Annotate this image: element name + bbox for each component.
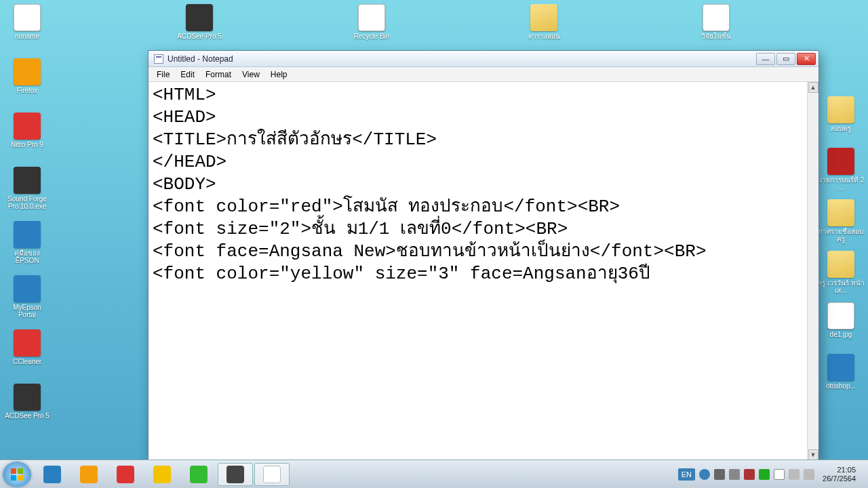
desktop-icon[interactable]: CCleaner	[3, 329, 52, 381]
desktop-icon[interactable]: สอบครู	[816, 96, 865, 145]
icon-label: otoshop...	[817, 382, 865, 390]
taskbar-button-line[interactable]	[181, 463, 216, 486]
icon-label: Nitro Pro 9	[3, 141, 51, 148]
svg-rect-2	[11, 475, 16, 481]
taskbar-button-pp[interactable]	[71, 463, 106, 486]
svg-rect-1	[18, 468, 23, 474]
app-icon	[186, 4, 213, 31]
app-icon	[358, 4, 385, 31]
app-icon	[14, 4, 41, 31]
svg-rect-3	[18, 475, 23, 481]
tray-icon-flag[interactable]	[774, 469, 785, 480]
chrome-icon	[153, 466, 171, 483]
app-icon	[14, 221, 41, 248]
menu-view[interactable]: View	[237, 68, 265, 81]
start-button[interactable]	[3, 462, 31, 487]
icon-label: ตารางสอน	[520, 33, 568, 40]
scroll-up-button[interactable]: ▲	[808, 82, 818, 93]
icon-label: Recycle Bin	[348, 33, 395, 40]
icon-label: Sound Forge Pro 10.0.exe	[3, 195, 51, 210]
desktop-icon[interactable]: คู่มือของ EPSON	[3, 221, 52, 272]
desktop-icon[interactable]: Nitro Pro 9	[3, 113, 52, 164]
desktop-icon[interactable]: Firefox	[3, 58, 52, 110]
clock-time: 21:05	[823, 466, 856, 474]
lang-indicator[interactable]: EN	[678, 468, 695, 481]
desktop-icon[interactable]: ACDSee Pro 5	[3, 384, 52, 435]
titlebar[interactable]: Untitled - Notepad — ▭ ✕	[149, 51, 818, 67]
icon-label: นายการบนร์ที 2 ...	[817, 176, 865, 191]
clock-date: 26/7/2564	[823, 474, 856, 483]
window-title: Untitled - Notepad	[167, 54, 756, 64]
menu-file[interactable]: File	[151, 68, 175, 81]
icon-label: คู่มือของ EPSON	[3, 249, 51, 264]
obs-icon	[226, 466, 244, 483]
pp-icon	[80, 466, 98, 483]
app-icon	[827, 96, 854, 123]
icon-label: ACDSee Pro 5	[3, 412, 51, 420]
desktop-icons-right: สอบครูนายการบนร์ที 2 ...กาศรายชื่อสอบครู…	[816, 94, 865, 405]
taskbar-button-notepad[interactable]	[254, 463, 290, 486]
desktop-icon[interactable]: ตารางสอน	[519, 4, 568, 56]
icon-label: noname	[3, 33, 51, 40]
tray-icon-gen4[interactable]	[759, 469, 770, 480]
desktop-icon[interactable]: otoshop...	[816, 354, 865, 403]
desktop: nonameFirefoxNitro Pro 9Sound Forge Pro …	[0, 0, 868, 488]
taskbar-buttons	[34, 463, 290, 486]
desktop-icon[interactable]: ACDSee Pro 5	[175, 4, 224, 56]
menu-edit[interactable]: Edit	[175, 68, 200, 81]
app-icon	[530, 4, 557, 31]
icon-label: วิจัยในชั้น	[692, 33, 740, 40]
desktop-icon[interactable]: Sound Forge Pro 10.0.exe	[3, 167, 52, 218]
editor-content[interactable]: <HTML> <HEAD> <TITLE>การใส่สีตัวอักษร</T…	[153, 84, 814, 285]
tray-icon-vol[interactable]	[804, 469, 814, 480]
menu-help[interactable]: Help	[265, 68, 293, 81]
taskbar: EN 21:05 26/7/2564	[0, 460, 868, 488]
tray-icon-gen2[interactable]	[729, 469, 740, 480]
desktop-icon[interactable]: นายการบนร์ที 2 ...	[816, 148, 865, 197]
tray-icon-net[interactable]	[789, 469, 800, 480]
icon-label: สอบครู	[817, 125, 865, 132]
svg-rect-0	[11, 468, 16, 474]
app-icon	[827, 148, 854, 175]
icon-label: MyEpson Portal	[3, 304, 51, 319]
maximize-button[interactable]: ▭	[776, 53, 795, 65]
notepad-icon	[154, 54, 163, 64]
system-tray: EN 21:05 26/7/2564	[673, 460, 865, 488]
editor[interactable]: <HTML> <HEAD> <TITLE>การใส่สีตัวอักษร</T…	[149, 82, 818, 460]
icon-label: ครู เวรวันร์ หน้าเส...	[817, 279, 865, 294]
icon-label: de1.jpg	[817, 331, 865, 338]
minimize-button[interactable]: —	[756, 53, 775, 65]
tray-icon-gen3[interactable]	[744, 469, 755, 480]
taskbar-button-ie[interactable]	[35, 463, 70, 486]
desktop-icon[interactable]: de1.jpg	[816, 302, 865, 351]
desktop-icon[interactable]: วิจัยในชั้น	[692, 4, 741, 56]
scrollbar-vertical[interactable]: ▲ ▼	[807, 82, 818, 460]
app-icon	[14, 167, 41, 194]
line-icon	[190, 466, 208, 483]
desktop-icon[interactable]: ครู เวรวันร์ หน้าเส...	[816, 251, 865, 300]
desktop-icon[interactable]: noname	[3, 4, 52, 56]
ie-icon	[43, 466, 61, 483]
app-icon	[14, 384, 41, 411]
app-icon	[14, 58, 41, 85]
close-button[interactable]: ✕	[797, 53, 816, 65]
app-icon	[14, 275, 41, 302]
taskbar-clock[interactable]: 21:05 26/7/2564	[818, 466, 860, 483]
desktop-icon[interactable]: MyEpson Portal	[3, 275, 52, 327]
app-icon	[827, 302, 854, 329]
taskbar-button-obs[interactable]	[218, 463, 253, 486]
app-icon	[827, 199, 854, 226]
desktop-icon[interactable]: กาศรายชื่อสอบครู	[816, 199, 865, 248]
menu-format[interactable]: Format	[200, 68, 237, 81]
app-icon	[14, 329, 41, 357]
scroll-down-button[interactable]: ▼	[808, 449, 818, 460]
taskbar-button-chrome[interactable]	[144, 463, 180, 486]
notepad-icon	[263, 466, 281, 483]
tray-icon-help[interactable]	[699, 469, 710, 480]
desktop-icon[interactable]: Recycle Bin	[347, 4, 396, 56]
taskbar-button-opera[interactable]	[108, 463, 143, 486]
icon-label: กาศรายชื่อสอบครู	[817, 228, 865, 243]
icon-label: CCleaner	[3, 358, 51, 365]
app-icon	[14, 113, 41, 140]
tray-icon-gen1[interactable]	[714, 469, 725, 480]
